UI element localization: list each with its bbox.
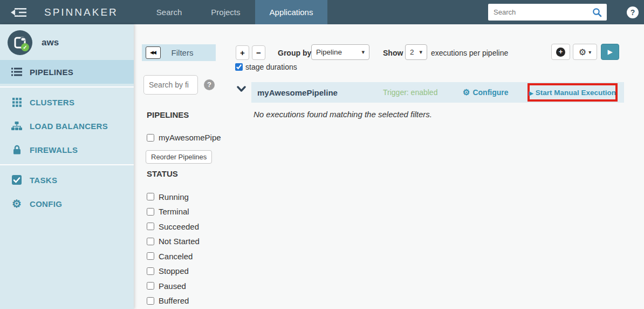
- app-sidebar: ✓ aws PIPELINES: [0, 24, 134, 309]
- sidebar-item-pipelines[interactable]: PIPELINES: [0, 60, 134, 84]
- stage-durations-toggle[interactable]: stage durations: [235, 63, 297, 71]
- app-brand: SPINNAKER: [44, 6, 118, 18]
- gear-icon: ⚙: [10, 198, 23, 209]
- status-row-running[interactable]: Running: [147, 192, 200, 201]
- application-header: ✓ aws: [0, 24, 134, 60]
- status-label: Terminal: [159, 207, 189, 216]
- pipeline-group-row[interactable]: myAwesomePipeline Trigger: enabled ⚙ Con…: [251, 82, 624, 103]
- status-label: Succeeded: [159, 222, 199, 231]
- play-icon: ▶: [529, 90, 533, 96]
- sidebar-item-firewalls[interactable]: FIREWALLS: [0, 138, 134, 162]
- status-checkbox[interactable]: [147, 193, 154, 200]
- pipeline-name: myAwesomePipeline: [257, 88, 338, 97]
- reorder-pipelines-button[interactable]: Reorder Pipelines: [146, 150, 212, 164]
- annotation-red-box: ▶Start Manual Execution: [527, 83, 618, 102]
- status-row-canceled[interactable]: Canceled: [147, 251, 200, 261]
- expand-all-button[interactable]: +: [236, 45, 249, 60]
- status-checkbox[interactable]: [147, 208, 154, 216]
- tab-applications[interactable]: Applications: [255, 0, 328, 24]
- stage-durations-checkbox[interactable]: [235, 63, 243, 71]
- group-by-select[interactable]: Pipeline ▾: [311, 44, 369, 60]
- status-label: Canceled: [159, 252, 193, 261]
- status-label: Running: [159, 192, 189, 201]
- pipeline-filter-checkbox[interactable]: [147, 134, 154, 142]
- status-label: Buffered: [159, 296, 189, 305]
- show-count-select[interactable]: 2 ▾: [405, 44, 427, 60]
- start-manual-execution-link[interactable]: ▶Start Manual Execution: [529, 89, 616, 97]
- no-executions-message: No executions found matching the selecte…: [254, 110, 432, 119]
- status-filter-heading: STATUS: [147, 169, 178, 178]
- status-row-terminal[interactable]: Terminal: [147, 207, 200, 217]
- status-row-paused[interactable]: Paused: [147, 281, 200, 291]
- executions-main: + − Group by Pipeline ▾ Show 2 ▾ executi…: [234, 24, 644, 309]
- application-name: aws: [42, 37, 59, 48]
- filters-title: Filters: [172, 48, 205, 57]
- configure-label: Configure: [472, 88, 508, 97]
- search-icon[interactable]: [592, 8, 602, 17]
- sidebar-item-label: TASKS: [30, 176, 57, 185]
- sidebar-item-label: CLUSTERS: [30, 98, 74, 107]
- show-label: Show: [383, 45, 403, 61]
- filters-header: ◀◀ Filters: [142, 44, 216, 61]
- status-row-not-started[interactable]: Not Started: [147, 237, 200, 246]
- tab-search[interactable]: Search: [142, 0, 197, 24]
- top-navbar: SPINNAKER Search Projects Applications ?: [0, 0, 644, 24]
- status-label: Stopped: [159, 266, 189, 276]
- sidebar-divider: [0, 164, 134, 165]
- status-checkbox[interactable]: [147, 297, 154, 305]
- configure-link[interactable]: ⚙ Configure: [463, 88, 509, 97]
- start-manual-execution-label: Start Manual Execution: [536, 89, 616, 97]
- pipeline-actions-button[interactable]: ⚙ ▾: [573, 44, 597, 60]
- sidebar-item-tasks[interactable]: TASKS: [0, 168, 134, 192]
- help-icon[interactable]: ?: [627, 6, 639, 18]
- chevron-down-icon[interactable]: [237, 86, 246, 92]
- gear-icon: ⚙: [463, 88, 470, 97]
- collapse-menu-icon[interactable]: [10, 7, 28, 18]
- chevron-down-icon: ▾: [588, 49, 591, 55]
- status-checkbox[interactable]: [147, 282, 154, 290]
- filters-panel: ◀◀ Filters ? PIPELINES myAwesomePipe Reo…: [134, 24, 234, 309]
- filter-help-icon[interactable]: ?: [204, 79, 215, 90]
- circle-plus-icon: +: [556, 48, 565, 57]
- sidebar-item-clusters[interactable]: CLUSTERS: [0, 90, 134, 114]
- check-square-icon: [10, 175, 23, 185]
- filter-search-input[interactable]: [143, 75, 198, 95]
- chevron-down-icon: ▾: [419, 49, 422, 56]
- status-checkbox[interactable]: [147, 252, 154, 260]
- group-by-value: Pipeline: [316, 48, 342, 56]
- list-icon: [10, 68, 23, 76]
- trigger-status: Trigger: enabled: [383, 88, 437, 97]
- sidebar-divider: [0, 86, 134, 88]
- create-pipeline-button[interactable]: +: [551, 44, 570, 60]
- pipeline-filter-row[interactable]: myAwesomePipe: [147, 133, 221, 142]
- chevron-down-icon: ▾: [361, 49, 365, 56]
- status-checkbox[interactable]: [147, 223, 154, 230]
- status-row-stopped[interactable]: Stopped: [147, 266, 200, 276]
- application-icon: ✓: [8, 30, 32, 55]
- app-status-check-icon: ✓: [21, 43, 29, 51]
- sidebar-item-load-balancers[interactable]: LOAD BALANCERS: [0, 114, 134, 138]
- sidebar-item-label: PIPELINES: [30, 68, 73, 77]
- start-execution-button[interactable]: ▶: [601, 44, 619, 60]
- sidebar-item-label: FIREWALLS: [30, 145, 78, 154]
- lock-icon: [10, 145, 23, 154]
- status-checkbox[interactable]: [147, 238, 154, 245]
- status-row-buffered[interactable]: Buffered: [147, 296, 200, 306]
- status-label: Not Started: [159, 237, 200, 246]
- navbar-tabs: Search Projects Applications: [142, 0, 328, 24]
- fast-backward-icon[interactable]: ◀◀: [146, 46, 161, 59]
- status-filter-list: Running Terminal Succeeded Not Started C…: [147, 192, 200, 309]
- global-search-box: [488, 4, 607, 21]
- grid-icon: [10, 98, 23, 107]
- gear-icon: ⚙: [579, 47, 586, 57]
- stage-durations-label: stage durations: [245, 63, 297, 71]
- sitemap-icon: [10, 122, 23, 131]
- collapse-all-button[interactable]: −: [252, 45, 265, 60]
- tab-projects[interactable]: Projects: [196, 0, 255, 24]
- sidebar-item-config[interactable]: ⚙ CONFIG: [0, 192, 134, 216]
- global-search-input[interactable]: [488, 8, 592, 16]
- status-row-succeeded[interactable]: Succeeded: [147, 221, 200, 231]
- group-by-label: Group by: [278, 45, 311, 61]
- pipeline-filter-label: myAwesomePipe: [159, 133, 221, 142]
- status-checkbox[interactable]: [147, 267, 154, 275]
